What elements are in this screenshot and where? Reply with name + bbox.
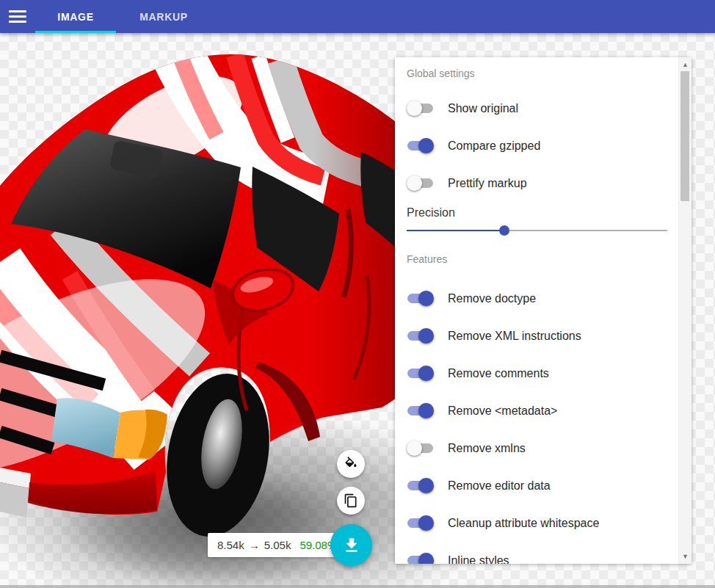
precision-slider-fill [407,230,504,231]
switch[interactable] [407,478,434,493]
download-icon [342,536,361,555]
precision-label: Precision [407,205,667,221]
background-color-button[interactable] [337,450,365,478]
tab-image[interactable]: IMAGE [35,0,116,33]
toggle-label: Remove xmlns [448,442,526,455]
toggle-label: Remove doctype [448,292,536,305]
switch[interactable] [407,291,434,306]
tab-markup-label: MARKUP [139,11,188,23]
precision-slider[interactable] [407,221,667,240]
app-bar: IMAGE MARKUP [0,0,715,33]
toggle-label: Remove XML instructions [448,330,581,343]
precision-setting: Precision [395,202,679,240]
switch[interactable] [407,328,434,344]
menu-button[interactable] [0,0,35,33]
menu-icon [9,7,26,26]
toggle-cleanup-attribute-whitespace[interactable]: Cleanup attribute whitespace [395,504,679,542]
panel-scrollbar[interactable]: ▲ ▼ [678,57,692,564]
switch[interactable] [407,553,434,564]
switch[interactable] [407,366,434,381]
switch[interactable] [407,440,434,456]
scroll-up-icon[interactable]: ▲ [679,59,692,70]
download-button[interactable] [330,524,372,566]
toggle-show-original[interactable]: Show original [395,90,679,127]
toggle-label: Remove editor data [448,479,551,493]
arrow-glyph: → [249,539,260,551]
toggle-label: Compare gzipped [448,139,540,153]
switch[interactable] [407,515,434,531]
toggle-label: Prettify markup [448,177,527,190]
switch[interactable] [407,138,434,153]
toggle-prettify-markup[interactable]: Prettify markup [395,164,679,202]
toggle-compare-gzipped[interactable]: Compare gzipped [395,127,679,164]
features-header: Features [395,252,679,266]
switch[interactable] [407,403,434,418]
toggle-label: Remove <metadata> [448,404,557,418]
toggle-label: Inline styles [448,554,509,565]
tab-image-label: IMAGE [57,11,93,23]
scroll-down-icon[interactable]: ▼ [679,551,692,562]
copy-markup-button[interactable] [337,487,365,515]
toggle-label: Remove comments [448,367,549,380]
scrollbar-thumb[interactable] [680,71,689,201]
settings-panel: Global settings Show original Compare gz… [395,57,692,564]
toggle-remove-doctype[interactable]: Remove doctype [395,280,679,317]
precision-slider-thumb[interactable] [499,225,509,236]
switch[interactable] [407,175,434,191]
toggle-remove-comments[interactable]: Remove comments [395,355,679,392]
active-tab-underline [35,31,116,33]
optimized-size: 5.05k [264,539,291,551]
toggle-remove-xmlns[interactable]: Remove xmlns [395,429,679,467]
copy-icon [344,493,358,508]
toggle-inline-styles[interactable]: Inline styles [395,542,679,564]
paint-fill-icon [344,457,358,471]
global-settings-header: Global settings [395,66,679,81]
toggle-remove-editor-data[interactable]: Remove editor data [395,467,679,504]
original-size: 8.54k [217,539,244,551]
toggle-remove-xml-instructions[interactable]: Remove XML instructions [395,317,679,355]
view-tabs: IMAGE MARKUP [35,0,211,33]
toggle-label: Cleanup attribute whitespace [448,517,599,530]
toggle-remove-metadata[interactable]: Remove <metadata> [395,392,679,429]
tab-markup[interactable]: MARKUP [116,0,211,33]
page-bottom-edge [0,585,715,588]
toggle-label: Show original [448,102,518,115]
switch[interactable] [407,101,434,116]
